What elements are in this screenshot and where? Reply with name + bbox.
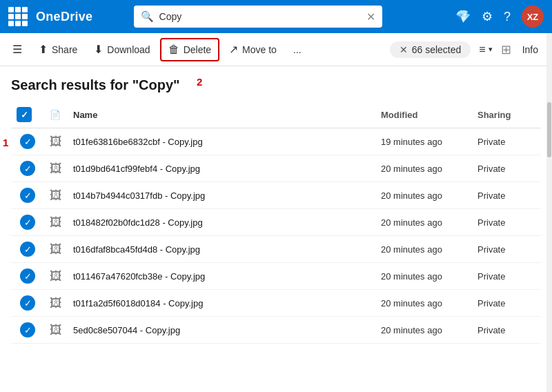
- search-box[interactable]: 🔍 ✕: [134, 6, 382, 28]
- image-icon: 🖼: [50, 323, 62, 337]
- row-checkbox[interactable]: ✓: [20, 242, 35, 257]
- table-row[interactable]: ✓ 🖼 t011467a47620fcb38e - Copy.jpg ⬆ ⋮ 2…: [11, 263, 541, 290]
- share-row-icon[interactable]: ⬆: [318, 162, 327, 175]
- share-row-icon[interactable]: ⬆: [318, 189, 327, 202]
- list-view-icon: ≡: [479, 43, 485, 56]
- share-row-icon[interactable]: ⬆: [318, 243, 327, 256]
- share-button[interactable]: ⬆ Share: [32, 39, 84, 60]
- row-check[interactable]: ✓: [11, 236, 44, 263]
- header-name[interactable]: Name: [68, 101, 313, 128]
- scrollbar-thumb[interactable]: [547, 102, 551, 157]
- row-name: t018482f02b0fdc1d28 - Copy.jpg: [68, 209, 313, 236]
- more-row-icon[interactable]: ⋮: [333, 189, 344, 202]
- share-row-icon[interactable]: ⬆: [318, 216, 327, 229]
- row-checkbox[interactable]: ✓: [20, 134, 35, 149]
- row-checkbox[interactable]: ✓: [20, 215, 35, 230]
- row-modified: 20 minutes ago: [375, 290, 472, 317]
- panel-icon: ⊞: [501, 42, 511, 57]
- table-row[interactable]: ✓ 🖼 t018482f02b0fdc1d28 - Copy.jpg ⬆ ⋮ 2…: [11, 209, 541, 236]
- table-row[interactable]: ✓ 🖼 5ed0c8e507044 - Copy.jpg ⬆ ⋮ 20 minu…: [11, 317, 541, 344]
- more-row-icon[interactable]: ⋮: [333, 324, 344, 337]
- clear-search-icon[interactable]: ✕: [366, 10, 375, 23]
- row-actions-cell: ⬆ ⋮: [313, 263, 375, 290]
- hamburger-button[interactable]: ☰: [6, 39, 29, 60]
- selected-badge[interactable]: ✕ 66 selected: [390, 41, 471, 58]
- row-file-icon: 🖼: [44, 290, 68, 317]
- header-check[interactable]: ✓: [11, 101, 44, 128]
- row-name: t014b7b4944c0317fdb - Copy.jpg: [68, 182, 313, 209]
- table-row[interactable]: ✓ 🖼 t01fe63816be6832cbf - Copy.jpg ⬆ ⋮ 1…: [11, 128, 541, 155]
- download-icon: ⬇: [94, 43, 103, 56]
- share-row-icon[interactable]: ⬆: [318, 135, 327, 148]
- settings-icon[interactable]: ⚙: [482, 9, 493, 24]
- row-sharing: Private: [472, 290, 541, 317]
- more-row-icon[interactable]: ⋮: [333, 216, 344, 229]
- file-type-icon: 📄: [50, 110, 61, 120]
- row-checkbox[interactable]: ✓: [20, 161, 35, 176]
- more-row-icon[interactable]: ⋮: [333, 270, 344, 283]
- more-row-icon[interactable]: ⋮: [333, 243, 344, 256]
- menu-icon: ☰: [12, 43, 22, 56]
- share-row-icon[interactable]: ⬆: [318, 324, 327, 337]
- more-label: ...: [293, 44, 302, 55]
- image-icon: 🖼: [50, 215, 62, 229]
- info-button[interactable]: Info: [514, 40, 546, 59]
- delete-button[interactable]: 🗑 Delete: [160, 38, 219, 61]
- row-check[interactable]: ✓: [11, 317, 44, 344]
- view-toggle[interactable]: ≡ ▾: [473, 41, 497, 59]
- row-check[interactable]: ✓: [11, 209, 44, 236]
- row-actions-cell: ⬆ ⋮: [313, 209, 375, 236]
- row-modified: 19 minutes ago: [375, 128, 472, 155]
- more-row-icon[interactable]: ⋮: [333, 297, 344, 310]
- selected-count: 66 selected: [412, 44, 462, 55]
- header-sharing[interactable]: Sharing: [472, 101, 541, 128]
- chevron-down-icon: ▾: [489, 45, 493, 54]
- row-check[interactable]: ✓: [11, 290, 44, 317]
- help-icon[interactable]: ?: [504, 10, 511, 24]
- move-button[interactable]: ↗ Move to: [222, 39, 284, 60]
- row-name: t011467a47620fcb38e - Copy.jpg: [68, 263, 313, 290]
- row-actions-cell: ⬆ ⋮: [313, 182, 375, 209]
- header-modified[interactable]: Modified: [375, 101, 472, 128]
- file-table: ✓ 📄 Name Modified Sharing ✓ 🖼 t01fe63816…: [11, 101, 541, 344]
- share-row-icon[interactable]: ⬆: [318, 297, 327, 310]
- row-checkbox[interactable]: ✓: [20, 268, 35, 284]
- search-icon: 🔍: [141, 10, 154, 23]
- row-checkbox[interactable]: ✓: [20, 322, 35, 337]
- row-modified: 20 minutes ago: [375, 182, 472, 209]
- move-icon: ↗: [229, 43, 238, 56]
- avatar[interactable]: XZ: [522, 6, 544, 28]
- share-row-icon[interactable]: ⬆: [318, 270, 327, 283]
- search-input[interactable]: [159, 11, 361, 22]
- more-row-icon[interactable]: ⋮: [333, 135, 344, 148]
- share-label: Share: [52, 44, 77, 55]
- row-check[interactable]: ✓: [11, 263, 44, 290]
- row-modified: 20 minutes ago: [375, 263, 472, 290]
- row-name: t01f1a2d5f6018d0184 - Copy.jpg: [68, 290, 313, 317]
- row-check[interactable]: ✓: [11, 155, 44, 182]
- row-modified: 20 minutes ago: [375, 155, 472, 182]
- row-sharing: Private: [472, 182, 541, 209]
- apps-icon[interactable]: [8, 7, 28, 26]
- clear-selection-icon[interactable]: ✕: [400, 44, 408, 55]
- row-file-icon: 🖼: [44, 128, 68, 155]
- header-actions: [313, 101, 375, 128]
- table-row[interactable]: ✓ 🖼 t014b7b4944c0317fdb - Copy.jpg ⬆ ⋮ 2…: [11, 182, 541, 209]
- more-button[interactable]: ...: [286, 40, 308, 59]
- scrollbar[interactable]: [546, 33, 552, 392]
- table-row[interactable]: ✓ 🖼 t016dfaf8bca45fd4d8 - Copy.jpg ⬆ ⋮ 2…: [11, 236, 541, 263]
- more-row-icon[interactable]: ⋮: [333, 162, 344, 175]
- label-2: 2: [197, 76, 202, 88]
- row-check[interactable]: ✓: [11, 128, 44, 155]
- delete-label: Delete: [184, 44, 211, 55]
- diamond-icon[interactable]: 💎: [455, 9, 471, 24]
- select-all-checkbox[interactable]: ✓: [17, 107, 32, 122]
- title-bar-right: 💎 ⚙ ? XZ: [455, 6, 544, 28]
- row-check[interactable]: ✓: [11, 182, 44, 209]
- table-row[interactable]: ✓ 🖼 t01d9bd641cf99febf4 - Copy.jpg ⬆ ⋮ 2…: [11, 155, 541, 182]
- row-checkbox[interactable]: ✓: [20, 295, 35, 311]
- move-label: Move to: [242, 44, 277, 55]
- table-row[interactable]: ✓ 🖼 t01f1a2d5f6018d0184 - Copy.jpg ⬆ ⋮ 2…: [11, 290, 541, 317]
- row-checkbox[interactable]: ✓: [20, 188, 35, 203]
- download-button[interactable]: ⬇ Download: [87, 39, 157, 60]
